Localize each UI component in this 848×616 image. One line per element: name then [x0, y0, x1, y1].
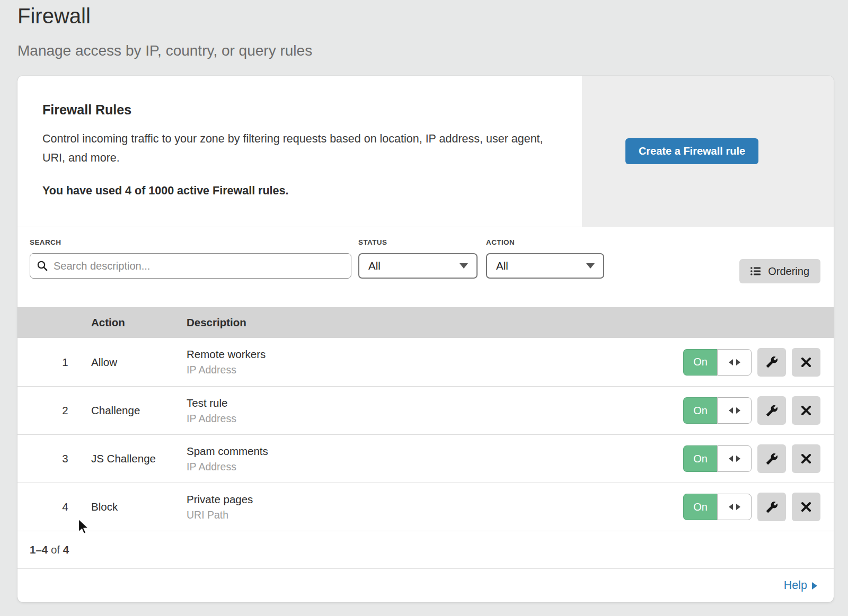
rule-description: Remote workers [187, 348, 683, 361]
rule-priority: 4 [17, 501, 91, 513]
rules-usage-note: You have used 4 of 1000 active Firewall … [42, 184, 561, 198]
rules-table-header: Action Description [17, 307, 834, 338]
toggle-drag-handle[interactable] [717, 445, 752, 472]
rule-action: Block [91, 501, 187, 513]
rule-enabled-toggle[interactable]: On [683, 349, 752, 376]
table-row: 4 Block Private pages URI Path On [17, 483, 834, 531]
wrench-icon [766, 405, 778, 417]
pagination-total: 4 [63, 543, 69, 556]
toggle-on-label: On [683, 349, 717, 376]
table-row: 1 Allow Remote workers IP Address On [17, 338, 834, 386]
delete-rule-button[interactable] [792, 493, 820, 521]
arrow-left-icon [729, 407, 733, 414]
search-box [30, 253, 351, 279]
pagination-of: of [48, 543, 63, 556]
rule-action: Allow [91, 356, 187, 369]
arrow-right-icon [736, 504, 740, 510]
edit-rule-button[interactable] [757, 493, 786, 521]
pagination-bar: 1–4 of 4 [17, 531, 834, 568]
rule-criteria: IP Address [187, 461, 683, 473]
rule-description-cell: Private pages URI Path [187, 493, 683, 521]
search-label: SEARCH [30, 238, 351, 246]
wrench-icon [766, 501, 778, 513]
edit-rule-button[interactable] [757, 444, 786, 473]
status-filter-group: STATUS All [358, 238, 478, 279]
table-row: 3 JS Challenge Spam comments IP Address … [17, 434, 834, 483]
wrench-icon [766, 453, 778, 465]
rule-controls: On [683, 493, 834, 521]
arrow-left-icon [729, 456, 733, 462]
rule-enabled-toggle[interactable]: On [683, 445, 752, 472]
rule-controls: On [683, 348, 834, 377]
rule-controls: On [683, 444, 834, 473]
action-filter-group: ACTION All [486, 238, 604, 279]
rule-priority: 2 [17, 404, 91, 417]
status-select[interactable]: All [358, 253, 478, 279]
arrow-right-icon [736, 456, 740, 462]
rule-criteria: URI Path [187, 509, 683, 521]
card-heading: Firewall Rules [42, 102, 561, 118]
rule-controls: On [683, 396, 834, 425]
page-title: Firewall [17, 4, 91, 28]
search-input[interactable] [30, 253, 351, 279]
close-icon [801, 357, 811, 368]
action-select[interactable]: All [486, 253, 604, 279]
edit-rule-button[interactable] [757, 396, 786, 425]
filter-bar: SEARCH STATUS All ACTION All [17, 227, 834, 307]
chevron-down-icon [460, 263, 468, 269]
toggle-on-label: On [683, 494, 717, 520]
description-column-header: Description [187, 316, 834, 329]
arrow-right-icon [736, 407, 740, 414]
rule-description-cell: Test rule IP Address [187, 397, 683, 425]
arrow-left-icon [729, 504, 733, 510]
rule-action: Challenge [91, 404, 187, 417]
edit-rule-button[interactable] [757, 348, 786, 377]
rule-description: Private pages [187, 493, 683, 506]
help-link[interactable]: Help [784, 579, 817, 592]
rule-enabled-toggle[interactable]: On [683, 397, 752, 424]
rule-criteria: IP Address [187, 413, 683, 425]
ordering-list-icon [750, 267, 761, 275]
wrench-icon [766, 356, 778, 368]
action-selected-value: All [496, 260, 508, 272]
ordering-button-label: Ordering [768, 265, 809, 278]
rule-description-cell: Spam comments IP Address [187, 445, 683, 473]
card-side-panel: Create a Firewall rule [582, 76, 834, 227]
delete-rule-button[interactable] [792, 348, 820, 377]
toggle-on-label: On [683, 397, 717, 424]
card-header: Firewall Rules Control incoming traffic … [17, 76, 834, 227]
status-selected-value: All [368, 260, 381, 272]
toggle-drag-handle[interactable] [717, 349, 752, 376]
arrow-right-icon [736, 359, 740, 365]
rule-criteria: IP Address [187, 364, 683, 376]
ordering-button[interactable]: Ordering [739, 259, 820, 283]
help-arrow-icon [812, 582, 817, 590]
rule-priority: 3 [17, 452, 91, 465]
action-column-header: Action [91, 316, 187, 329]
rule-priority: 1 [17, 356, 91, 369]
arrow-left-icon [729, 359, 733, 365]
toggle-on-label: On [683, 445, 717, 472]
rule-description: Spam comments [187, 445, 683, 458]
toggle-drag-handle[interactable] [717, 397, 752, 424]
toggle-drag-handle[interactable] [717, 494, 752, 520]
create-firewall-rule-button[interactable]: Create a Firewall rule [625, 138, 758, 164]
card-description: Control incoming traffic to your zone by… [42, 129, 551, 167]
close-icon [801, 405, 811, 416]
status-label: STATUS [358, 238, 478, 246]
rule-description-cell: Remote workers IP Address [187, 348, 683, 376]
delete-rule-button[interactable] [792, 396, 820, 425]
action-label: ACTION [486, 238, 604, 246]
table-row: 2 Challenge Test rule IP Address On [17, 386, 834, 434]
rule-enabled-toggle[interactable]: On [683, 494, 752, 520]
card-header-text: Firewall Rules Control incoming traffic … [17, 76, 582, 227]
chevron-down-icon [586, 263, 595, 269]
delete-rule-button[interactable] [792, 444, 820, 473]
rule-description: Test rule [187, 397, 683, 409]
page-subtitle: Manage access by IP, country, or query r… [17, 42, 312, 59]
help-link-label: Help [784, 579, 807, 592]
firewall-rules-card: Firewall Rules Control incoming traffic … [17, 76, 834, 602]
close-icon [801, 453, 811, 464]
help-bar: Help [17, 568, 834, 602]
rule-action: JS Challenge [91, 452, 187, 465]
